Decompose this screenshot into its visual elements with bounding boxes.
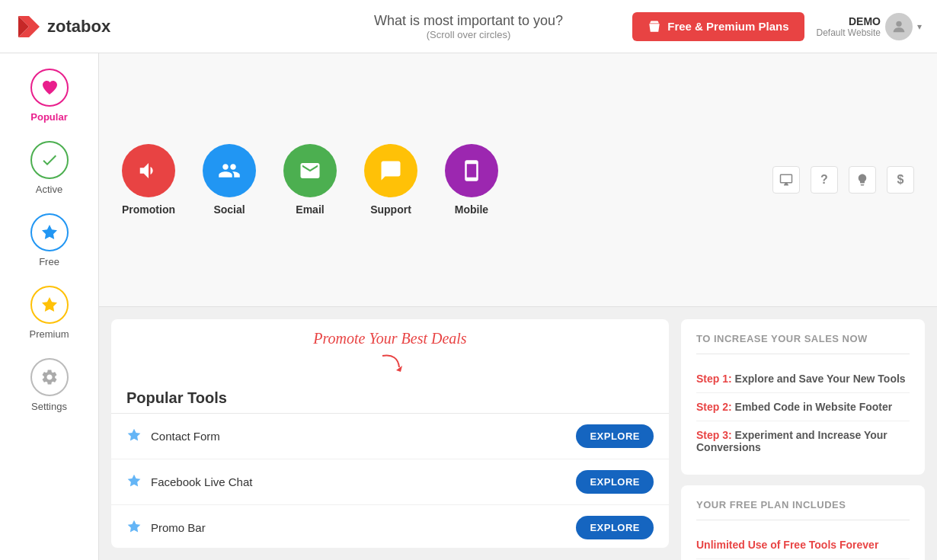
free-plan-card: YOUR FREE PLAN INCLUDES Unlimited Use of… — [681, 485, 925, 560]
explore-btn-contact[interactable]: EXPLORE — [576, 424, 654, 448]
top-right-icons: ? $ — [772, 166, 914, 194]
sidebar-item-premium[interactable]: Premium — [0, 278, 98, 347]
active-circle — [30, 141, 69, 179]
sidebar-settings-label: Settings — [31, 401, 67, 412]
support-circle — [364, 144, 417, 197]
nav-promotion[interactable]: Promotion — [122, 144, 175, 216]
tool-name-facebook: Facebook Live Chat — [151, 475, 567, 488]
table-row: Contact Form EXPLORE — [111, 414, 669, 459]
check-icon — [40, 151, 59, 169]
sidebar-premium-label: Premium — [29, 328, 69, 340]
promotion-label: Promotion — [122, 203, 175, 216]
nav-social[interactable]: Social — [203, 144, 256, 216]
popular-circle — [30, 69, 69, 107]
plans-button[interactable]: Free & Premium Plans — [632, 12, 804, 41]
nav-mobile[interactable]: Mobile — [445, 144, 498, 216]
table-row: Facebook Live Chat EXPLORE — [111, 459, 669, 505]
star-icon-blue — [126, 427, 142, 443]
social-label: Social — [213, 203, 245, 216]
sidebar-popular-label: Popular — [30, 111, 67, 123]
tool-icon-facebook — [126, 473, 142, 491]
question-icon-btn[interactable]: ? — [811, 166, 838, 194]
premium-circle — [30, 286, 69, 324]
step1-label: Step 1: Explore and Save Your New Tools — [696, 373, 906, 385]
chat-icon — [379, 159, 402, 182]
question-icon: ? — [820, 173, 828, 187]
monitor-icon — [779, 173, 793, 187]
explore-btn-promo[interactable]: EXPLORE — [576, 516, 654, 539]
star-icon-blue — [126, 473, 142, 488]
tool-icon-promo — [126, 519, 142, 536]
step2[interactable]: Step 2: Embed Code in Website Footer — [696, 393, 910, 421]
step1[interactable]: Step 1: Explore and Save Your New Tools — [696, 365, 910, 393]
user-icon — [891, 18, 907, 35]
email-label: Email — [296, 203, 324, 216]
curved-arrow-icon — [375, 352, 405, 375]
settings-circle — [30, 358, 69, 396]
gear-icon — [40, 368, 59, 386]
sidebar-item-free[interactable]: Free — [0, 206, 98, 275]
nav-support[interactable]: Support — [364, 144, 417, 216]
sidebar-item-settings[interactable]: Settings — [0, 350, 98, 420]
explore-btn-facebook[interactable]: EXPLORE — [576, 470, 654, 494]
sidebar-active-label: Active — [36, 184, 62, 195]
logo-area: zotabox — [15, 13, 110, 40]
user-site: Default Website — [817, 27, 881, 38]
user-area[interactable]: DEMO Default Website ▾ — [817, 13, 923, 40]
free-plan-title: YOUR FREE PLAN INCLUDES — [696, 499, 910, 520]
promote-banner: Promote Your Best Deals — [111, 319, 669, 352]
left-sidebar: Popular Active Free Pre — [0, 53, 99, 560]
support-label: Support — [370, 203, 411, 216]
tool-name-promo: Promo Bar — [151, 521, 567, 534]
plans-btn-label: Free & Premium Plans — [667, 20, 788, 33]
step3-label: Step 3: Experiment and Increase Your Con… — [696, 429, 887, 453]
header-right: Free & Premium Plans DEMO Default Websit… — [632, 12, 922, 41]
user-info: DEMO Default Website — [817, 15, 881, 38]
right-panel: TO INCREASE YOUR SALES NOW Step 1: Explo… — [681, 319, 925, 548]
free-circle — [30, 213, 69, 251]
sidebar-item-popular[interactable]: Popular — [0, 61, 98, 130]
header-question: What is most important to you? — [374, 13, 563, 29]
unlimited-item[interactable]: Unlimited Use of Free Tools Forever — [696, 531, 910, 559]
mobile-circle — [445, 144, 498, 197]
top-nav: Promotion Social E — [99, 53, 937, 307]
header: zotabox What is most important to you? (… — [0, 0, 937, 53]
promote-arrow — [111, 352, 669, 379]
star-icon-blue — [126, 519, 142, 534]
content-area: Promote Your Best Deals Popular Tools — [99, 307, 937, 560]
sales-card: TO INCREASE YOUR SALES NOW Step 1: Explo… — [681, 319, 925, 475]
email-circle — [283, 144, 337, 197]
avatar — [885, 13, 913, 40]
monitor-icon-btn[interactable] — [772, 166, 800, 194]
mobile-icon — [460, 159, 483, 182]
step2-label: Step 2: Embed Code in Website Footer — [696, 401, 892, 413]
promote-text: Promote Your Best Deals — [313, 330, 466, 347]
mobile-label: Mobile — [455, 203, 488, 216]
top-nav-icons: Promotion Social E — [122, 144, 498, 216]
bag-icon — [648, 20, 661, 34]
star-gold-icon — [40, 296, 59, 314]
nav-email[interactable]: Email — [283, 144, 337, 216]
zotabox-logo-icon — [15, 13, 43, 40]
step3[interactable]: Step 3: Experiment and Increase Your Con… — [696, 421, 910, 461]
header-center: What is most important to you? (Scroll o… — [374, 13, 563, 40]
lightbulb-icon — [855, 173, 869, 187]
svg-point-2 — [896, 21, 901, 26]
tools-list: Contact Form EXPLORE Facebook Live Chat … — [111, 414, 669, 548]
promotion-circle — [122, 144, 175, 197]
main-layout: Popular Active Free Pre — [0, 53, 937, 560]
logo-text: zotabox — [47, 17, 110, 37]
tools-header: Popular Tools — [111, 382, 669, 414]
chevron-down-icon: ▾ — [917, 21, 922, 32]
people-icon — [218, 159, 241, 182]
header-scroll-hint: (Scroll over circles) — [374, 29, 563, 40]
unlimited-label: Unlimited Use of Free Tools Forever — [696, 539, 878, 551]
lightbulb-icon-btn[interactable] — [849, 166, 876, 194]
sidebar-item-active[interactable]: Active — [0, 133, 98, 203]
social-circle — [203, 144, 256, 197]
dollar-icon-btn[interactable]: $ — [887, 166, 914, 194]
megaphone-icon — [137, 159, 160, 182]
table-row: Promo Bar EXPLORE — [111, 505, 669, 548]
tool-name-contact: Contact Form — [151, 430, 567, 443]
star-blue-icon — [40, 223, 59, 242]
